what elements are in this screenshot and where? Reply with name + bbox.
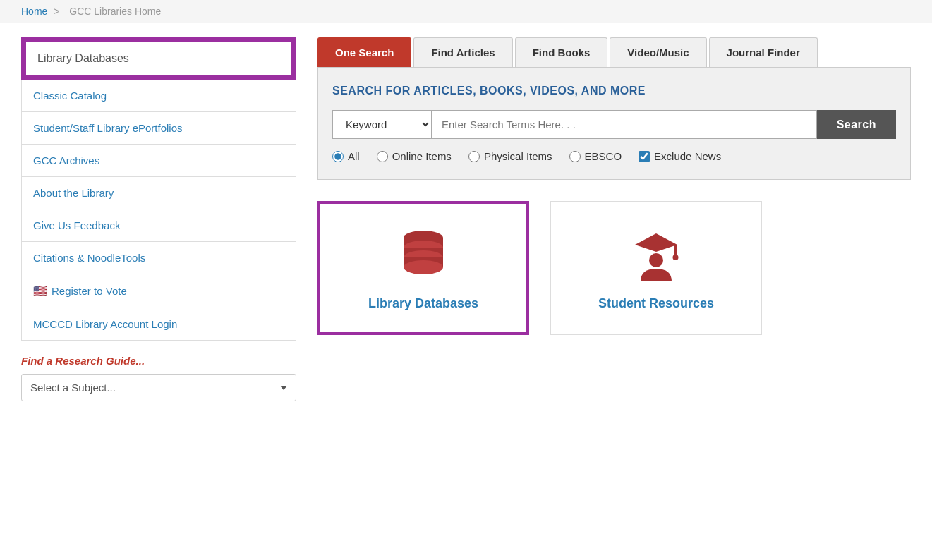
filter-ebsco[interactable]: EBSCO [569, 150, 622, 162]
svg-point-10 [649, 253, 663, 267]
research-guide-title: Find a Research Guide... [21, 355, 296, 367]
breadcrumb: Home > GCC Libraries Home [21, 6, 911, 17]
filter-input-exclude-news[interactable] [639, 151, 650, 162]
graduate-icon [628, 225, 684, 284]
main-content: One SearchFind ArticlesFind BooksVideo/M… [317, 37, 911, 401]
sidebar-link[interactable]: 🇺🇸Register to Vote [22, 274, 296, 308]
breadcrumb-current: GCC Libraries Home [69, 6, 161, 17]
sidebar-highlighted-item[interactable]: Library Databases [21, 37, 296, 80]
filter-label: EBSCO [585, 150, 622, 162]
filter-label: Physical Items [484, 150, 552, 162]
search-box: SEARCH FOR ARTICLES, BOOKS, VIDEOS, AND … [317, 67, 911, 180]
sidebar-link[interactable]: MCCCD Library Account Login [22, 308, 296, 340]
search-button[interactable]: Search [817, 110, 896, 139]
tab-one-search[interactable]: One Search [317, 37, 411, 67]
filter-label: Online Items [392, 150, 452, 162]
svg-marker-7 [635, 233, 677, 252]
filter-input-online-items[interactable] [377, 151, 388, 162]
card-student-resources[interactable]: Student Resources [550, 201, 762, 335]
card-label: Student Resources [598, 296, 714, 311]
card-label: Library Databases [368, 296, 478, 311]
sidebar-link[interactable]: Student/Staff Library ePortfolios [22, 112, 296, 145]
sidebar: Library Databases Classic CatalogStudent… [21, 37, 296, 401]
svg-point-6 [404, 260, 443, 274]
search-input[interactable] [431, 110, 817, 139]
filter-label: All [348, 150, 360, 162]
tab-find-articles[interactable]: Find Articles [413, 37, 512, 67]
sidebar-link[interactable]: GCC Archives [22, 145, 296, 177]
filter-all[interactable]: All [332, 150, 360, 162]
tabs-container: One SearchFind ArticlesFind BooksVideo/M… [317, 37, 911, 67]
library-databases-link[interactable]: Library Databases [26, 42, 291, 75]
filter-label: Exclude News [654, 150, 721, 162]
filter-input-ebsco[interactable] [569, 151, 581, 162]
svg-rect-8 [674, 245, 677, 256]
sidebar-link[interactable]: Citations & NoodleTools [22, 242, 296, 274]
breadcrumb-home[interactable]: Home [21, 6, 47, 17]
filter-exclude-news[interactable]: Exclude News [639, 150, 721, 162]
tab-journal-finder[interactable]: Journal Finder [709, 37, 818, 67]
tab-video/music[interactable]: Video/Music [610, 37, 706, 67]
card-library-databases[interactable]: Library Databases [317, 201, 529, 335]
cards-section: Library Databases Student Resources [317, 201, 911, 335]
flag-icon: 🇺🇸 [33, 284, 47, 298]
subject-select[interactable]: Select a Subject...ArtBusinessEnglishHis… [21, 374, 296, 401]
search-row: KeywordTitleAuthorSubject Search [332, 110, 896, 139]
filter-online-items[interactable]: Online Items [377, 150, 452, 162]
breadcrumb-separator: > [54, 6, 59, 17]
svg-point-9 [673, 255, 679, 260]
keyword-select[interactable]: KeywordTitleAuthorSubject [332, 110, 431, 139]
sidebar-link[interactable]: Classic Catalog [22, 80, 296, 112]
filter-physical-items[interactable]: Physical Items [468, 150, 552, 162]
research-guide-section: Find a Research Guide... Select a Subjec… [21, 355, 296, 401]
database-icon [395, 225, 452, 284]
filter-input-all[interactable] [332, 151, 344, 162]
tab-find-books[interactable]: Find Books [515, 37, 608, 67]
filter-input-physical-items[interactable] [468, 151, 480, 162]
sidebar-link[interactable]: About the Library [22, 177, 296, 209]
filter-row: AllOnline ItemsPhysical ItemsEBSCOExclud… [332, 150, 896, 162]
sidebar-link[interactable]: Give Us Feedback [22, 209, 296, 242]
search-heading: SEARCH FOR ARTICLES, BOOKS, VIDEOS, AND … [332, 85, 896, 97]
sidebar-links: Classic CatalogStudent/Staff Library ePo… [21, 80, 296, 341]
